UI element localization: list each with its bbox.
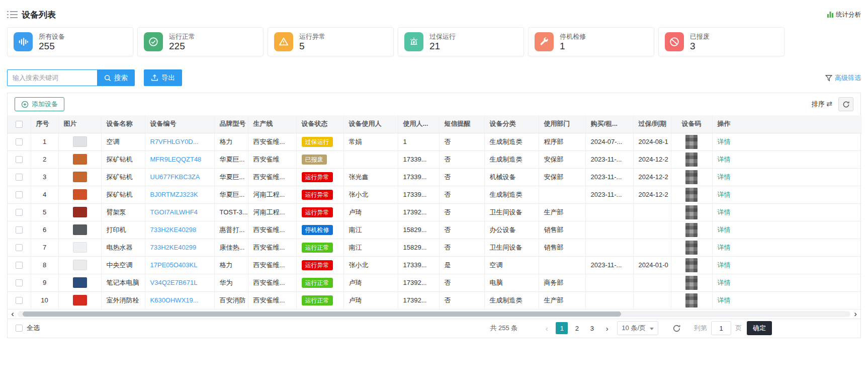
export-button[interactable]: 导出 <box>144 69 182 86</box>
cell-category: 卫生间设备 <box>484 203 539 221</box>
select-all-label: 全选 <box>27 324 40 333</box>
device-code-link[interactable]: 733H2KE40298 <box>150 226 197 234</box>
device-code-link[interactable]: MFR9LEQQZT48 <box>150 156 202 163</box>
cell-index: 5 <box>31 203 58 221</box>
stat-card-scrapped[interactable]: 已报废 3 <box>658 27 785 56</box>
table-row: 7 电热水器 733H2KE40299 康佳热... 西安雀维... 运行正常 … <box>8 239 861 256</box>
cell-brand: TOST-3... <box>214 203 248 221</box>
stat-card-normal[interactable]: 运行正常 225 <box>137 27 264 56</box>
qr-code[interactable] <box>685 293 698 307</box>
row-checkbox[interactable] <box>16 156 23 163</box>
cell-production-line: 西安雀维... <box>248 221 296 239</box>
row-checkbox[interactable] <box>16 262 23 269</box>
cell-user: 卢琦 <box>343 203 398 221</box>
sort-control[interactable]: 排序 ⇄ <box>812 100 832 109</box>
stat-card-warranty[interactable]: 过保运行 21 <box>398 27 524 56</box>
sort-arrows-icon: ⇄ <box>826 100 832 108</box>
confirm-button[interactable]: 确定 <box>747 321 772 335</box>
page-button-1[interactable]: 1 <box>556 322 568 334</box>
cell-department: 商务部 <box>539 274 585 291</box>
scrollbar-track[interactable] <box>18 311 850 317</box>
qr-code[interactable] <box>685 223 698 237</box>
row-checkbox[interactable] <box>16 297 23 304</box>
device-thumbnail[interactable] <box>73 242 87 253</box>
device-thumbnail[interactable] <box>73 154 87 165</box>
search-input[interactable] <box>7 69 97 86</box>
qr-code[interactable] <box>685 152 698 167</box>
col-device-code: 设备编号 <box>145 115 214 133</box>
stat-card-all[interactable]: 所有设备 255 <box>7 27 133 56</box>
detail-link[interactable]: 详情 <box>718 226 731 234</box>
detail-link[interactable]: 详情 <box>718 261 731 269</box>
device-thumbnail[interactable] <box>73 172 87 182</box>
device-code-link[interactable]: K630OHWX19... <box>150 296 199 304</box>
device-thumbnail[interactable] <box>73 295 87 305</box>
device-code-link[interactable]: 733H2KE40299 <box>150 244 197 251</box>
device-thumbnail[interactable] <box>73 277 87 288</box>
stat-card-maintenance[interactable]: 停机检修 1 <box>528 27 654 56</box>
scroll-right-icon[interactable]: › <box>852 311 858 318</box>
detail-link[interactable]: 详情 <box>718 296 731 304</box>
cell-department: 销售部 <box>539 239 585 256</box>
row-checkbox[interactable] <box>16 226 23 234</box>
detail-link[interactable]: 详情 <box>718 173 731 181</box>
refresh-pagination-button[interactable] <box>672 324 681 333</box>
select-all-checkbox[interactable] <box>16 325 23 332</box>
device-thumbnail[interactable] <box>73 136 87 147</box>
row-checkbox[interactable] <box>16 279 23 286</box>
detail-link[interactable]: 详情 <box>718 244 731 251</box>
row-checkbox[interactable] <box>16 191 23 198</box>
detail-link[interactable]: 详情 <box>718 138 731 145</box>
qr-code[interactable] <box>685 258 698 272</box>
device-thumbnail[interactable] <box>73 224 87 235</box>
goto-page-input[interactable] <box>711 321 731 335</box>
device-thumbnail[interactable] <box>73 260 87 270</box>
row-checkbox[interactable] <box>16 174 23 181</box>
col-warranty-date: 过保/到期 <box>633 115 671 133</box>
table-row: 4 探矿钻机 BJ0RTMZJ323K 华夏巨... 河南工程... 运行异常 … <box>8 186 861 203</box>
stat-card-abnormal[interactable]: 运行异常 5 <box>268 27 394 56</box>
table-header-row: 序号 图片 设备名称 设备编号 品牌型号 生产线 设备状态 设备使用人 使用人.… <box>8 115 861 133</box>
cell-index: 7 <box>31 239 58 256</box>
scrollbar-thumb[interactable] <box>23 312 621 317</box>
row-checkbox[interactable] <box>16 138 23 145</box>
detail-link[interactable]: 详情 <box>718 156 731 163</box>
qr-code[interactable] <box>685 170 698 184</box>
page-button-2[interactable]: 2 <box>571 322 583 334</box>
device-thumbnail[interactable] <box>73 189 87 200</box>
device-code-link[interactable]: TGOI7AILWHF4 <box>150 208 198 216</box>
device-code-link[interactable]: 17PE05O403KL <box>150 261 198 269</box>
cell-user-phone: 17339... <box>398 168 439 186</box>
qr-code[interactable] <box>685 135 698 149</box>
device-code-link[interactable]: R7VFHLGY0D... <box>150 138 199 145</box>
add-device-button[interactable]: 添加设备 <box>15 97 64 111</box>
prev-page-icon[interactable]: ‹ <box>541 322 553 334</box>
detail-link[interactable]: 详情 <box>718 208 731 216</box>
refresh-icon <box>842 101 850 108</box>
scroll-left-icon[interactable]: ‹ <box>10 311 16 318</box>
device-code-link[interactable]: BJ0RTMZJ323K <box>150 191 198 198</box>
col-user-phone: 使用人... <box>398 115 439 133</box>
qr-code[interactable] <box>685 188 698 202</box>
header-checkbox[interactable] <box>16 121 23 128</box>
stats-analysis-link[interactable]: 统计分析 <box>827 11 861 19</box>
row-checkbox[interactable] <box>16 244 23 251</box>
device-code-link[interactable]: UU677FKBC3ZA <box>150 173 200 181</box>
row-checkbox[interactable] <box>16 209 23 216</box>
detail-link[interactable]: 详情 <box>718 279 731 286</box>
cell-purchase-date <box>585 221 633 239</box>
page-size-select[interactable]: 10 条/页 <box>617 321 658 335</box>
qr-code[interactable] <box>685 205 698 219</box>
cell-sms-remind: 否 <box>439 239 484 256</box>
advanced-filter-link[interactable]: 高级筛选 <box>825 73 861 83</box>
cell-category: 机械设备 <box>484 168 539 186</box>
refresh-table-button[interactable] <box>838 97 853 111</box>
device-code-link[interactable]: V34Q2E7B671L <box>150 279 198 286</box>
qr-code[interactable] <box>685 241 698 255</box>
search-button[interactable]: 搜索 <box>97 69 135 86</box>
qr-code[interactable] <box>685 276 698 290</box>
next-page-icon[interactable]: › <box>601 322 613 334</box>
detail-link[interactable]: 详情 <box>718 191 731 198</box>
page-button-3[interactable]: 3 <box>586 322 598 334</box>
device-thumbnail[interactable] <box>73 207 87 217</box>
